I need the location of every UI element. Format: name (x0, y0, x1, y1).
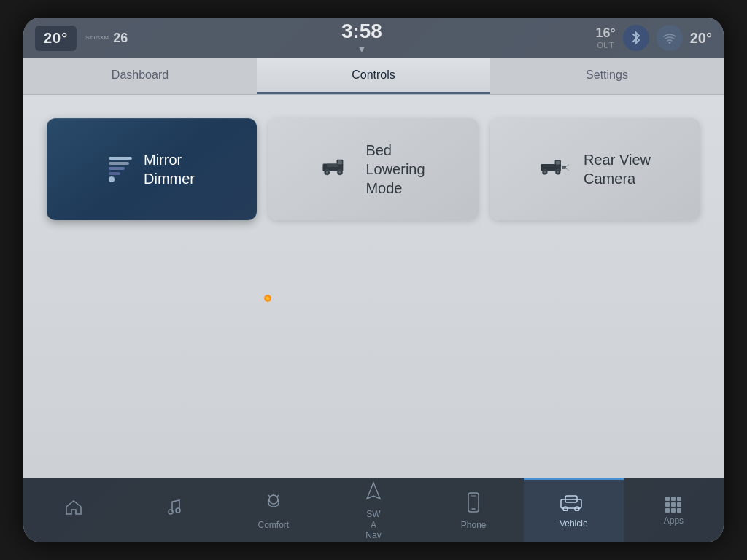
svg-line-20 (566, 165, 569, 167)
controls-grid: Mirror Dimmer (47, 118, 700, 220)
svg-point-9 (339, 171, 341, 174)
svg-line-26 (277, 495, 279, 497)
main-content: Mirror Dimmer (23, 95, 724, 478)
svg-line-27 (268, 495, 270, 497)
tab-controls[interactable]: Controls (257, 58, 490, 94)
bed-lowering-label: Bed Lowering Mode (365, 141, 425, 198)
time-display: 3:58 (341, 21, 382, 42)
home-icon (65, 499, 82, 520)
nav-music[interactable] (123, 478, 223, 542)
nav-icon (365, 481, 382, 506)
nav-phone-label: Phone (461, 520, 487, 530)
bed-lower-icon (322, 156, 354, 182)
svg-point-15 (544, 171, 546, 174)
nav-vehicle[interactable]: Vehicle (524, 478, 624, 542)
temp-left: 20° (35, 26, 77, 51)
tab-dashboard[interactable]: Dashboard (23, 58, 257, 94)
time-arrow: ▼ (357, 43, 367, 55)
mirror-stand (109, 176, 115, 182)
vehicle-icon (560, 494, 587, 516)
svg-point-33 (563, 507, 568, 511)
svg-text:SiriusXM: SiriusXM (85, 34, 109, 41)
svg-line-21 (566, 168, 569, 171)
mirror-bar-3 (109, 167, 125, 170)
rear-view-camera-label: Rear View Camera (584, 150, 651, 188)
rear-view-camera-btn[interactable]: Rear View Camera (490, 118, 700, 220)
rear-camera-icon (540, 156, 572, 182)
mirror-bar-1 (109, 157, 132, 160)
status-left: 20° SiriusXM 26 (35, 26, 128, 51)
tab-settings[interactable]: Settings (490, 58, 724, 94)
bed-lowering-btn[interactable]: Bed Lowering Mode (268, 118, 479, 220)
nav-apps-label: Apps (664, 516, 684, 526)
outside-temp: 16° OUT (596, 26, 616, 51)
nav-tabs: Dashboard Controls Settings (23, 58, 724, 95)
svg-point-24 (269, 495, 278, 504)
mirror-icon (109, 157, 132, 182)
sirius-channel: 26 (113, 31, 128, 46)
bluetooth-btn[interactable] (623, 25, 649, 51)
nav-nav[interactable]: SW A Nav (323, 478, 423, 542)
nav-phone[interactable]: Phone (424, 478, 524, 542)
phone-icon (466, 492, 481, 517)
status-right: 16° OUT 20° (596, 25, 712, 51)
nav-comfort[interactable]: Comfort (223, 478, 323, 542)
mirror-dimmer-label: Mirror Dimmer (144, 150, 195, 188)
sirius-badge: SiriusXM 26 (85, 29, 128, 47)
music-icon (166, 499, 181, 521)
glow-artifact (264, 295, 271, 302)
nav-apps[interactable]: Apps (624, 478, 724, 542)
nav-vehicle-label: Vehicle (560, 518, 588, 529)
nav-comfort-label: Comfort (258, 520, 290, 530)
svg-point-7 (326, 171, 328, 174)
mirror-bar-2 (109, 162, 129, 165)
main-screen: 20° SiriusXM 26 3:58 ▼ 16° OUT (23, 18, 724, 542)
svg-point-19 (562, 166, 565, 168)
svg-point-34 (575, 507, 579, 511)
bottom-nav: Comfort SW A Nav Phone (23, 478, 724, 542)
temp-right: 20° (690, 30, 712, 47)
mirror-dimmer-btn[interactable]: Mirror Dimmer (47, 118, 257, 220)
svg-point-1 (668, 42, 670, 44)
status-bar: 20° SiriusXM 26 3:58 ▼ 16° OUT (23, 18, 724, 58)
svg-rect-13 (556, 161, 560, 165)
apps-icon (665, 497, 681, 513)
status-center: 3:58 ▼ (341, 21, 382, 55)
wifi-btn[interactable] (657, 25, 683, 51)
sirius-logo: SiriusXM (85, 29, 109, 47)
svg-rect-5 (328, 164, 338, 167)
nav-nav-label: SW A Nav (365, 509, 381, 540)
nav-home[interactable] (23, 478, 123, 542)
mirror-bar-4 (109, 172, 120, 175)
grid-icon-inner (665, 497, 681, 513)
svg-point-17 (557, 171, 559, 174)
svg-rect-4 (338, 160, 342, 164)
comfort-icon (263, 492, 284, 517)
